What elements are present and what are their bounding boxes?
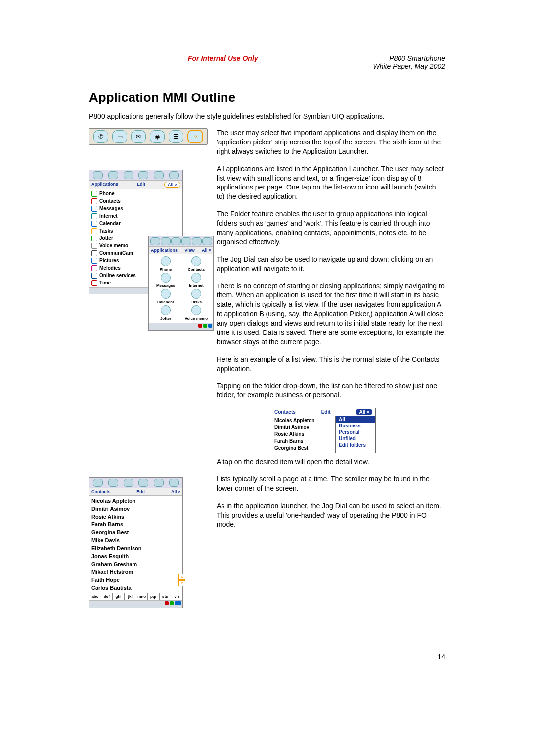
contact-row[interactable]: Mike Davis xyxy=(91,536,180,544)
phone-icon xyxy=(161,256,171,266)
contact-row[interactable]: Faith Hope xyxy=(91,576,180,584)
folder-option[interactable]: Edit folders xyxy=(336,442,375,448)
app-picker-strip: ✆ ▭ ✉ ◉ ☰ ⁘ xyxy=(89,128,208,145)
mini-icon[interactable] xyxy=(150,237,160,245)
mini-icon[interactable] xyxy=(192,237,202,245)
picker-launcher-icon[interactable]: ⁘ xyxy=(187,130,203,143)
body-paragraph: Here is an example of a list view. This … xyxy=(217,355,445,374)
contact-row[interactable]: Mikael Helstrom xyxy=(91,568,180,576)
header-date: White Paper, May 2002 xyxy=(373,62,445,70)
contact-row[interactable]: Carlos Bautista xyxy=(91,584,180,592)
alpha-tab[interactable]: ghi xyxy=(113,593,125,600)
mini-icon[interactable] xyxy=(93,479,103,487)
contact-row[interactable]: Dimitri Asimov xyxy=(91,505,180,513)
alpha-tab[interactable]: abc xyxy=(89,593,101,600)
messages-icon xyxy=(161,273,171,283)
menu-contacts[interactable]: Contacts xyxy=(274,409,296,415)
mini-icon[interactable] xyxy=(154,479,164,487)
alpha-tab[interactable]: def xyxy=(101,593,113,600)
menu-edit[interactable]: Edit xyxy=(321,409,331,415)
alpha-tab[interactable]: mno xyxy=(136,593,148,600)
body-paragraph: All applications are listed in the Appli… xyxy=(217,164,445,202)
contact-row[interactable]: Elizabeth Dennison xyxy=(91,544,180,552)
folder-dropdown-menu: All Business Personal Unfiled Edit folde… xyxy=(335,416,375,453)
list-item[interactable]: Messages xyxy=(89,205,182,212)
internet-icon xyxy=(191,273,201,283)
nav-left-icon[interactable] xyxy=(165,601,169,605)
folder-all-dropdown[interactable]: All ▿ xyxy=(202,248,211,253)
list-item[interactable]: Phone xyxy=(89,190,182,197)
contact-row[interactable]: Nicolas Appleton xyxy=(91,497,180,505)
menu-edit[interactable]: Edit xyxy=(136,489,145,494)
nav-right-icon[interactable] xyxy=(175,601,181,605)
mini-icon[interactable] xyxy=(124,479,134,487)
mini-messages-icon[interactable] xyxy=(124,171,134,179)
picker-internet-icon[interactable]: ◉ xyxy=(150,130,165,143)
nav-ok-icon[interactable] xyxy=(170,601,174,605)
menu-view[interactable]: View xyxy=(184,248,194,253)
melodies-icon xyxy=(91,265,97,271)
folder-option[interactable]: Unfiled xyxy=(336,435,375,442)
folder-option[interactable]: Business xyxy=(336,423,375,429)
internet-icon xyxy=(91,213,97,219)
body-paragraph: Tapping on the folder drop-down, the lis… xyxy=(217,381,445,400)
folder-option[interactable]: All xyxy=(336,416,375,423)
grid-item[interactable]: Messages xyxy=(151,273,180,288)
contact-row[interactable]: Farah Barns xyxy=(274,438,332,445)
grid-item[interactable]: Phone xyxy=(151,256,180,272)
contact-row[interactable]: Farah Barns xyxy=(91,520,180,528)
contact-row[interactable]: Georgina Best xyxy=(274,445,332,452)
contact-row[interactable]: Dimitri Asimov xyxy=(274,424,332,431)
mini-icon[interactable] xyxy=(108,479,118,487)
listview-picker xyxy=(89,170,182,181)
alpha-tab[interactable]: jkl xyxy=(125,593,136,600)
body-paragraph: The Jog Dial can also be used to navigat… xyxy=(217,255,445,274)
mini-icon[interactable] xyxy=(138,479,148,487)
list-item[interactable]: Calendar xyxy=(89,220,182,227)
page-number: 14 xyxy=(89,653,445,661)
mini-icon[interactable] xyxy=(171,237,181,245)
mini-phone-icon[interactable] xyxy=(93,171,103,179)
list-item[interactable]: Internet xyxy=(89,212,182,220)
folder-all-dropdown[interactable]: All ▿ xyxy=(164,182,180,188)
mini-calendar-icon[interactable] xyxy=(154,171,164,179)
mini-icon[interactable] xyxy=(161,237,171,245)
contact-row[interactable]: Nicolas Appleton xyxy=(274,417,332,424)
menu-applications[interactable]: Applications xyxy=(151,248,178,253)
picker-contacts-icon[interactable]: ▭ xyxy=(112,130,127,143)
folder-option[interactable]: Personal xyxy=(336,429,375,435)
picker-phone-icon[interactable]: ✆ xyxy=(93,130,108,143)
folder-all-dropdown[interactable]: All ▿ xyxy=(356,409,372,415)
scroll-down-icon[interactable]: ▿ xyxy=(178,580,185,586)
scroll-up-icon[interactable]: ▵ xyxy=(178,574,185,580)
alpha-tab[interactable]: pqr xyxy=(148,593,160,600)
alpha-tab[interactable]: stu xyxy=(160,593,172,600)
folder-all-dropdown[interactable]: All ▿ xyxy=(171,489,180,494)
contact-row[interactable]: Jonas Esquith xyxy=(91,552,180,560)
list-item[interactable]: Tasks xyxy=(89,227,182,235)
mini-internet-icon[interactable] xyxy=(138,171,148,179)
menu-contacts[interactable]: Contacts xyxy=(91,489,111,494)
contacts-icon xyxy=(191,256,201,266)
contact-row[interactable]: Graham Gresham xyxy=(91,560,180,568)
picker-calendar-icon[interactable]: ☰ xyxy=(169,130,183,143)
alpha-tab[interactable]: v-z xyxy=(171,593,182,600)
mini-icon[interactable] xyxy=(202,237,212,245)
mini-contacts-icon[interactable] xyxy=(108,171,118,179)
picker-messages-icon[interactable]: ✉ xyxy=(131,130,146,143)
contact-row[interactable]: Georgina Best xyxy=(91,528,180,536)
mini-icon[interactable] xyxy=(181,237,191,245)
menu-edit[interactable]: Edit xyxy=(137,182,145,188)
contacts-icon xyxy=(91,198,97,204)
contact-row[interactable]: Rosie Atkins xyxy=(274,431,332,438)
mini-icon[interactable] xyxy=(169,479,179,487)
list-item[interactable]: Contacts xyxy=(89,197,182,205)
page-scroller[interactable]: ▵ ▿ xyxy=(178,574,184,587)
body-paragraph: As in the application launcher, the Jog … xyxy=(217,501,445,529)
mini-launcher-icon[interactable] xyxy=(169,171,179,179)
menu-applications[interactable]: Applications xyxy=(91,182,118,188)
grid-item[interactable]: Internet xyxy=(181,273,211,288)
calendar-icon xyxy=(161,289,171,299)
grid-item[interactable]: Contacts xyxy=(181,256,211,272)
contact-row[interactable]: Rosie Atkins xyxy=(91,513,180,520)
